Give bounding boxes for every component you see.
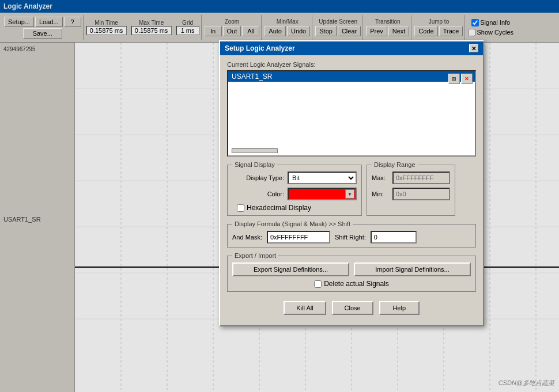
display-type-label: Display Type: xyxy=(232,174,284,181)
modal-overlay: Setup Logic Analyzer ✕ Current Logic Ana… xyxy=(0,0,559,392)
max-row: Max: xyxy=(372,172,450,184)
shift-right-input[interactable] xyxy=(371,231,417,243)
max-label: Max: xyxy=(372,174,389,181)
and-mask-label: And Mask: xyxy=(232,234,262,241)
signal-item[interactable]: USART1_SR xyxy=(228,71,475,82)
min-row: Min: xyxy=(372,188,450,200)
color-picker[interactable]: ▼ xyxy=(288,188,357,200)
export-import-legend: Export / Import xyxy=(232,252,278,259)
display-type-row: Display Type: Bit xyxy=(232,172,357,184)
signal-list-scrollbar[interactable] xyxy=(232,149,278,153)
setup-modal: Setup Logic Analyzer ✕ Current Logic Ana… xyxy=(219,40,484,326)
min-input[interactable] xyxy=(392,188,450,200)
delete-row: Delete actual Signals xyxy=(232,280,471,288)
formula-legend: Display Formula (Signal & Mask) >> Shift xyxy=(232,220,353,227)
color-row: Color: ▼ xyxy=(232,188,357,200)
color-label: Color: xyxy=(232,191,284,197)
display-columns: Signal Display Display Type: Bit Color: … xyxy=(227,161,476,220)
signal-grid-button[interactable]: ⊞ xyxy=(448,74,460,84)
and-mask-input[interactable] xyxy=(267,231,330,243)
formula-fieldset: Display Formula (Signal & Mask) >> Shift… xyxy=(227,220,476,248)
modal-titlebar: Setup Logic Analyzer ✕ xyxy=(220,41,483,55)
modal-close-btn[interactable]: Close xyxy=(332,301,373,315)
modal-body: Current Logic Analyzer Signals: ⊞ ✕ USAR… xyxy=(220,55,483,325)
hex-display-label: Hexadecimal Display xyxy=(247,204,311,212)
display-range-legend: Display Range xyxy=(372,161,418,168)
hex-display-checkbox[interactable] xyxy=(237,204,244,212)
color-dropdown-icon[interactable]: ▼ xyxy=(345,189,354,199)
delete-signals-label: Delete actual Signals xyxy=(324,280,389,288)
display-range-fieldset: Display Range Max: Min: xyxy=(367,161,455,216)
delete-signals-checkbox[interactable] xyxy=(314,280,322,288)
kill-all-button[interactable]: Kill All xyxy=(284,301,326,315)
import-signal-button[interactable]: Import Signal Definitions... xyxy=(354,262,471,276)
signal-display-fieldset: Signal Display Display Type: Bit Color: … xyxy=(227,161,362,216)
export-signal-button[interactable]: Export Signal Definitions... xyxy=(232,262,349,276)
current-signals-label: Current Logic Analyzer Signals: xyxy=(227,61,476,68)
bottom-buttons: Kill All Close Help xyxy=(227,296,476,319)
min-label: Min: xyxy=(372,191,389,197)
hex-checkbox-row: Hexadecimal Display xyxy=(237,204,357,212)
export-import-buttons-row: Export Signal Definitions... Import Sign… xyxy=(232,262,471,276)
and-mask-row: And Mask: Shift Right: xyxy=(232,231,471,243)
signal-list: ⊞ ✕ USART1_SR xyxy=(227,70,476,157)
modal-title: Setup Logic Analyzer xyxy=(225,44,295,52)
modal-close-button[interactable]: ✕ xyxy=(469,44,478,52)
modal-help-button[interactable]: Help xyxy=(379,301,420,315)
export-import-fieldset: Export / Import Export Signal Definition… xyxy=(227,252,476,292)
display-type-select[interactable]: Bit xyxy=(288,172,357,184)
shift-right-label: Shift Right: xyxy=(335,234,366,241)
max-input[interactable] xyxy=(392,172,450,184)
signal-delete-button[interactable]: ✕ xyxy=(461,74,473,84)
signal-display-legend: Signal Display xyxy=(232,161,277,168)
